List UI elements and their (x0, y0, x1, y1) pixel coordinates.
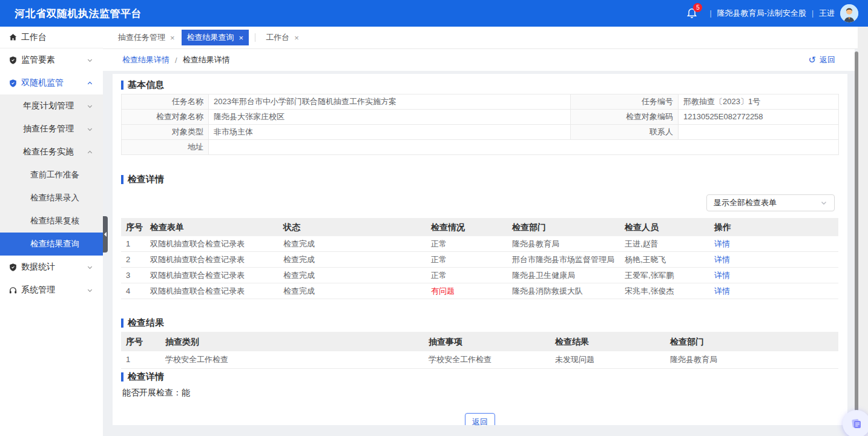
table-row: 1学校安全工作检查学校安全工作检查未发现问题隆尧县教育局 (121, 351, 838, 369)
username[interactable]: 王进 (819, 8, 835, 19)
close-icon[interactable]: × (294, 33, 299, 42)
back-link[interactable]: ↺ 返回 (808, 54, 835, 65)
chat-pages-icon (850, 418, 863, 430)
notifications-button[interactable]: 5 (686, 7, 699, 20)
column-header: 检查表单 (145, 218, 278, 236)
close-icon[interactable]: × (170, 33, 175, 42)
column-header: 检查人员 (620, 218, 709, 236)
sidebar-item-system-management[interactable]: 系统管理 (0, 279, 103, 302)
check-result-table: 序号抽查类别抽查事项检查结果检查部门1学校安全工作检查学校安全工作检查未发现问题… (121, 332, 838, 369)
cell: 双随机抽查联合检查记录表 (145, 252, 278, 268)
sidebar-item-result-entry[interactable]: 检查结果录入 (0, 187, 103, 210)
status-flag: 有问题 (426, 283, 507, 299)
info-label: 检查对象名称 (122, 110, 209, 125)
table-row: 4双随机抽查联合检查记录表检查完成有问题隆尧县消防救援大队宋兆丰,张俊杰详情 (121, 283, 838, 299)
tab-spot-check-task-management[interactable]: 抽查任务管理× (113, 30, 180, 45)
undo-icon: ↺ (808, 54, 816, 65)
main-area: 抽查任务管理×检查结果查询×工作台× 检查结果详情 / 检查结果详情 ↺ 返回 … (103, 27, 868, 436)
cell: 正常 (426, 236, 507, 252)
sidebar-item-supervision-elements[interactable]: 监管要素 (0, 48, 103, 71)
sidebar-item-label: 检查结果录入 (30, 193, 79, 203)
info-label: 地址 (122, 140, 209, 155)
sidebar-item-double-random-supervision[interactable]: 双随机监管 (0, 71, 103, 94)
column-header: 序号 (121, 218, 145, 236)
sidebar-item-label: 监管要素 (21, 54, 55, 65)
detail-link[interactable]: 详情 (709, 252, 838, 268)
avatar[interactable] (840, 4, 858, 22)
back-link-label: 返回 (820, 54, 835, 65)
info-label: 任务名称 (122, 94, 209, 110)
section-title-check-detail2: 检查详情 (121, 371, 839, 383)
basic-info-row: 对象类型非市场主体联系人 (122, 125, 839, 140)
info-value: 非市场主体 (209, 125, 571, 140)
assistant-float-button[interactable] (843, 410, 868, 436)
scrollbar-gutter (858, 27, 868, 436)
cell: 王进,赵普 (620, 236, 709, 252)
column-header: 检查部门 (665, 332, 838, 351)
info-value: 隆尧县大张家庄校区 (209, 110, 571, 125)
sidebar-item-label: 数据统计 (21, 262, 55, 272)
tab-label: 检查结果查询 (187, 32, 234, 43)
sidebar-item-data-statistics[interactable]: 数据统计 (0, 256, 103, 279)
table-row: 2双随机抽查联合检查记录表检查完成正常邢台市隆尧县市场监督管理局杨艳,王晓飞详情 (121, 252, 838, 268)
basic-info-row: 检查对象名称隆尧县大张家庄校区检查对象编码12130525E082772258 (122, 110, 839, 125)
form-filter-value: 显示全部检查表单 (714, 197, 777, 208)
cell: 学校安全工作检查 (424, 351, 550, 369)
column-header: 操作 (709, 218, 838, 236)
sidebar-item-workbench[interactable]: 工作台 (0, 27, 103, 48)
header-right: 5 | 隆尧县教育局-法制安全股 | 王进 (686, 4, 858, 22)
breadcrumb-parent[interactable]: 检查结果详情 (122, 54, 169, 65)
sidebar-item-label: 抽查任务管理 (23, 124, 74, 134)
info-value: 邢教抽查〔2023〕1号 (679, 94, 839, 110)
tab-bar: 抽查任务管理×检查结果查询×工作台× (103, 27, 858, 49)
cell: 王爱军,张军鹏 (620, 268, 709, 283)
chevron-down-icon (87, 126, 93, 133)
sidebar-item-spot-check-task-management[interactable]: 抽查任务管理 (0, 117, 103, 140)
shield-icon (8, 263, 18, 272)
sidebar: 工作台监管要素双随机监管年度计划管理抽查任务管理检查任务实施查前工作准备检查结果… (0, 27, 103, 436)
sidebar-item-annual-plan-management[interactable]: 年度计划管理 (0, 94, 103, 117)
sidebar-item-label: 双随机监管 (21, 78, 64, 88)
chevron-up-icon (87, 80, 93, 87)
column-header: 序号 (121, 332, 160, 351)
section-bar (121, 81, 123, 90)
column-header: 状态 (278, 218, 426, 236)
detail-link[interactable]: 详情 (709, 283, 838, 299)
breadcrumb-current: 检查结果详情 (183, 54, 230, 65)
chevron-down-icon (87, 57, 93, 64)
department-name[interactable]: 隆尧县教育局-法制安全股 (717, 8, 806, 19)
basic-info-row: 地址 (122, 140, 839, 155)
home-icon (8, 33, 18, 42)
detail-link[interactable]: 详情 (709, 268, 838, 283)
cell: 检查完成 (278, 268, 426, 283)
form-filter-select[interactable]: 显示全部检查表单 (706, 194, 835, 211)
table-header-row: 序号检查表单状态检查情况检查部门检查人员操作 (121, 218, 838, 236)
section-title-text: 检查详情 (128, 371, 164, 383)
section-bar (121, 319, 123, 328)
sidebar-item-result-review[interactable]: 检查结果复核 (0, 210, 103, 233)
sidebar-item-pre-check-preparation[interactable]: 查前工作准备 (0, 164, 103, 187)
app-title: 河北省双随机执法监管平台 (15, 7, 142, 21)
filter-row: 显示全部检查表单 (121, 194, 839, 211)
tab-result-query[interactable]: 检查结果查询× (182, 30, 249, 45)
sidebar-item-inspection-task-implementation[interactable]: 检查任务实施 (0, 140, 103, 164)
sidebar-item-result-query[interactable]: 检查结果查询 (0, 233, 103, 256)
notification-badge: 5 (693, 3, 702, 12)
shield-icon (8, 56, 18, 65)
back-button[interactable]: 返回 (465, 413, 495, 425)
basic-info-row: 任务名称2023年邢台市中小学部门联合随机抽查工作实施方案任务编号邢教抽查〔20… (122, 94, 839, 110)
sidebar-item-label: 检查任务实施 (23, 147, 74, 157)
close-icon[interactable]: × (239, 33, 244, 42)
header-divider: | (812, 9, 814, 18)
tab-workbench[interactable]: 工作台× (260, 30, 304, 45)
column-header: 检查情况 (426, 218, 507, 236)
sidebar-collapse-handle[interactable] (103, 216, 108, 253)
section-title-text: 检查详情 (128, 174, 164, 185)
info-label: 联系人 (571, 125, 679, 140)
cell: 4 (121, 283, 145, 299)
detail-link[interactable]: 详情 (709, 236, 838, 252)
vertical-scrollbar[interactable] (855, 51, 858, 411)
cell: 邢台市隆尧县市场监督管理局 (507, 252, 620, 268)
cell: 隆尧县卫生健康局 (507, 268, 620, 283)
column-header: 抽查事项 (424, 332, 550, 351)
